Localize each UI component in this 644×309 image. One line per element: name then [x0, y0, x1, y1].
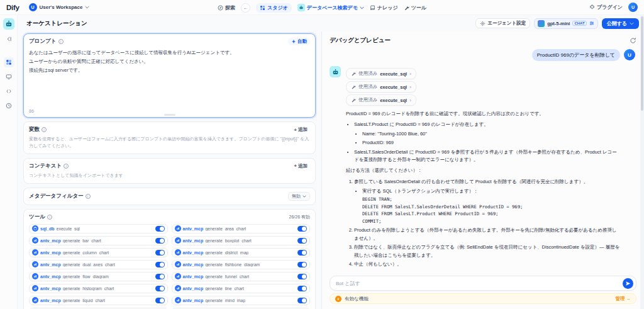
- collapse-sidebar-icon[interactable]: [4, 34, 14, 44]
- tool-provider: sql_db: [40, 227, 55, 231]
- tool-item[interactable]: antv_mcp generate_mind_map: [172, 296, 311, 305]
- tool-call-icon: [351, 84, 356, 89]
- sidebar-logs-icon[interactable]: [4, 101, 14, 111]
- tool-toggle[interactable]: [297, 238, 307, 244]
- tool-provider: antv_mcp: [40, 262, 61, 267]
- tool-provider: antv_mcp: [40, 286, 61, 291]
- model-provider-icon: [538, 20, 545, 27]
- nav-tools[interactable]: ツール: [404, 4, 426, 11]
- sidebar-preview-icon[interactable]: [4, 72, 14, 82]
- tool-item[interactable]: antv_mcp generate_funnel_chart: [172, 272, 311, 281]
- refresh-icon[interactable]: [630, 37, 636, 44]
- tool-toggle[interactable]: [297, 274, 307, 279]
- tool-toggle[interactable]: [297, 262, 307, 267]
- metadata-filter-select[interactable]: 無効: [288, 192, 310, 201]
- tool-toggle[interactable]: [155, 226, 165, 232]
- agent-settings-button[interactable]: エージェント設定: [475, 18, 530, 28]
- tool-item[interactable]: antv_mcp generate_district_map: [172, 248, 311, 257]
- metadata-filter-card: メタデータフィルター i 無効: [23, 188, 316, 205]
- prompt-card[interactable]: プロンプト i 自動 あなたはユーザーの指示に従ってデータベースに接続して情報収…: [23, 33, 316, 118]
- tool-call-chip[interactable]: 使用済み execute_sql ›: [346, 94, 416, 106]
- tool-item[interactable]: antv_mcp generate_histogram_chart: [29, 284, 168, 293]
- tool-toggle[interactable]: [297, 298, 307, 303]
- tools-count: 26/26 有効: [289, 214, 310, 220]
- tool-toggle[interactable]: [297, 226, 307, 232]
- tool-item[interactable]: sql_db execute_sql: [29, 224, 168, 233]
- tool-toggle[interactable]: [155, 298, 165, 303]
- window-scrollbar[interactable]: [640, 15, 644, 309]
- response-check-list: SalesLT.Product に ProductID = 969 のレコードが…: [346, 121, 620, 164]
- plugins-button[interactable]: プラグイン: [589, 4, 623, 11]
- tool-item[interactable]: antv_mcp generate_flow_diagram: [29, 272, 168, 281]
- tool-name: generate_district_map: [205, 250, 248, 255]
- tool-name: generate_bar_chart: [63, 239, 101, 243]
- tool-item[interactable]: antv_mcp generate_dual_axes_chart: [29, 260, 168, 269]
- context-card: コンテキスト i + 追加 コンテキストとして知識をインポートできます: [23, 158, 316, 184]
- user-avatar[interactable]: U: [628, 3, 638, 12]
- chat-input[interactable]: [336, 281, 623, 286]
- tool-name: generate_fishbone_diagram: [205, 262, 260, 267]
- tool-item[interactable]: antv_mcp generate_area_chart: [172, 224, 311, 233]
- tool-call-icon: [351, 71, 356, 76]
- tool-call-status: 使用済み: [358, 70, 377, 77]
- response-options-heading: 続ける方法（選択してください）：: [346, 167, 620, 174]
- compass-icon: [218, 5, 223, 11]
- studio-back-button[interactable]: ←: [241, 3, 250, 13]
- nav-explore[interactable]: 探索: [218, 4, 235, 11]
- top-navigation: 探索 ← スタジオ データベース検索デモ ナレッジ ツール: [218, 0, 426, 15]
- tool-item[interactable]: antv_mcp generate_bar_chart: [29, 236, 168, 245]
- tool-toggle[interactable]: [155, 274, 165, 279]
- lightning-icon: [335, 296, 341, 302]
- main-header: オーケストレーション エージェント設定 gpt-5-mini CHAT 公開する: [18, 15, 644, 31]
- auto-generate-label: 自動: [297, 38, 307, 45]
- tool-item[interactable]: antv_mcp generate_boxplot_chart: [172, 236, 311, 245]
- tool-item[interactable]: antv_mcp generate_column_chart: [29, 248, 168, 257]
- tool-toggle[interactable]: [155, 262, 165, 267]
- app-switcher[interactable]: データベース検索デモ: [297, 4, 364, 11]
- resize-handle[interactable]: [164, 114, 175, 116]
- studio-icon: [260, 5, 265, 11]
- response-text: 実行する SQL（トランザクション内で実行します）：: [362, 188, 479, 194]
- info-icon: i: [42, 127, 47, 132]
- model-selector[interactable]: gpt-5-mini CHAT: [534, 18, 597, 29]
- tool-name: generate_histogram_chart: [63, 286, 114, 291]
- sidebar-api-icon[interactable]: [4, 86, 14, 96]
- tool-toggle[interactable]: [297, 250, 307, 256]
- tool-item[interactable]: antv_mcp generate_fishbone_diagram: [172, 260, 311, 269]
- sidebar-orchestrate-icon[interactable]: [4, 57, 14, 67]
- dify-app: Dify U User's Workspace 探索 ← スタジオ データベース…: [0, 0, 644, 309]
- tool-toggle[interactable]: [155, 286, 165, 291]
- tool-call-name: execute_sql: [380, 84, 407, 90]
- tool-call-chip[interactable]: 使用済み execute_sql ›: [346, 81, 416, 93]
- prompt-content[interactable]: あなたはユーザーの指示に従ってデータベースに接続して情報収集を行うAIエージェン…: [29, 48, 310, 109]
- sql-line: DELETE FROM SalesLT.Product WHERE Produc…: [362, 210, 620, 218]
- tool-provider: antv_mcp: [40, 274, 61, 279]
- tool-toggle[interactable]: [155, 238, 165, 244]
- nav-knowledge[interactable]: ナレッジ: [370, 4, 398, 11]
- tool-call-chip[interactable]: 使用済み execute_sql ›: [346, 68, 416, 79]
- nav-studio[interactable]: スタジオ: [256, 3, 292, 13]
- send-button[interactable]: [623, 278, 633, 289]
- prompt-title: プロンプト: [29, 38, 57, 45]
- tool-item[interactable]: antv_mcp generate_liquid_chart: [29, 296, 168, 305]
- response-list-item: Name: "Touring-1000 Blue, 60": [362, 130, 620, 138]
- info-icon: i: [86, 194, 91, 199]
- add-variable-button[interactable]: + 追加: [292, 126, 310, 133]
- model-name: gpt-5-mini: [547, 21, 570, 26]
- scrollbar-thumb[interactable]: [641, 16, 643, 111]
- user-chat-avatar: U: [624, 49, 635, 60]
- publish-button[interactable]: 公開する: [602, 18, 639, 29]
- nav-tools-label: ツール: [411, 4, 426, 11]
- tool-toggle[interactable]: [297, 286, 307, 291]
- manage-features-link[interactable]: 管理 →: [615, 296, 631, 302]
- tool-call-icon: [351, 98, 356, 103]
- response-list-item: SalesLT.SalesOrderDetail に ProductID = 9…: [354, 149, 620, 164]
- tool-toggle[interactable]: [155, 250, 165, 256]
- char-count: 86: [29, 109, 310, 113]
- auto-generate-button[interactable]: 自動: [288, 38, 310, 45]
- orchestration-panel: プロンプト i 自動 あなたはユーザーの指示に従ってデータベースに接続して情報収…: [18, 31, 322, 309]
- workspace-switcher[interactable]: U User's Workspace: [26, 2, 93, 13]
- current-app-icon[interactable]: [3, 18, 14, 30]
- add-context-button[interactable]: + 追加: [292, 162, 310, 170]
- tool-item[interactable]: antv_mcp generate_line_chart: [172, 284, 311, 293]
